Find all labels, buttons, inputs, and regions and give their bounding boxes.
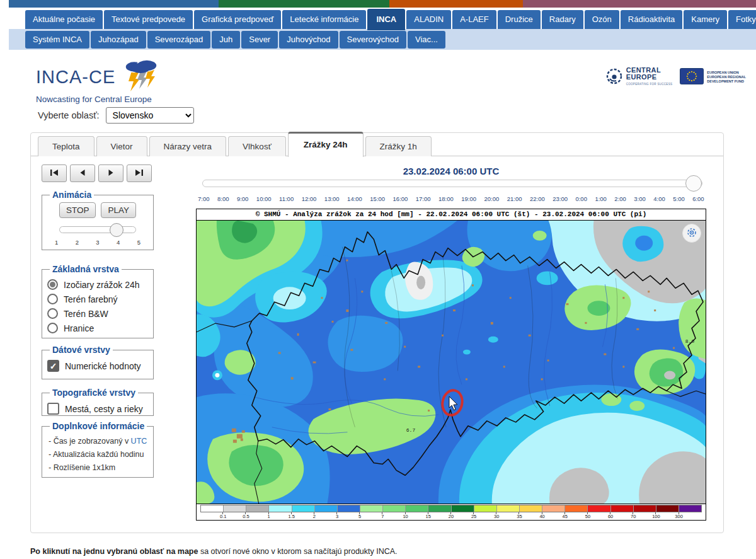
eu-logo-line2: EUROPEAN REGIONAL	[707, 75, 746, 79]
radio-icon[interactable]	[47, 294, 58, 304]
base-layer-fieldset: Základná vrstva Izočiary zrážok 24h Teré…	[42, 264, 154, 338]
scale-boundary: 0.1	[200, 512, 223, 519]
next-frame-button[interactable]	[98, 164, 123, 182]
timeline-tick: 3:00	[634, 195, 646, 202]
timeline-tick: 14:00	[347, 195, 362, 202]
info-line: - Rozlíšenie 1x1km	[49, 463, 149, 472]
timeline-tick: 12:00	[302, 195, 317, 202]
primary-nav-tab[interactable]: Letecké informácie	[282, 10, 366, 29]
color-scale-segment	[269, 505, 292, 512]
checkbox-icon[interactable]	[47, 360, 59, 372]
scale-boundary: 300	[656, 512, 679, 519]
topo-layer-option[interactable]: Mestá, cesty a rieky	[47, 403, 149, 415]
region-select[interactable]: Slovensko	[106, 107, 194, 124]
color-scale-segment	[360, 505, 383, 512]
secondary-nav-tab[interactable]: Juhozápad	[91, 31, 146, 49]
secondary-nav-tab[interactable]: Viac...	[408, 31, 445, 49]
primary-nav-tab[interactable]: A-LAEF	[452, 10, 496, 29]
checkbox-icon[interactable]	[47, 403, 59, 415]
scale-boundary: 45	[542, 512, 565, 519]
product-tab[interactable]: Teplota	[38, 136, 94, 156]
secondary-nav-tab[interactable]: Sever	[241, 31, 278, 49]
color-scale-segment	[224, 505, 246, 512]
scale-boundary: 25	[451, 512, 474, 519]
animation-speed-handle[interactable]	[110, 223, 123, 237]
inca-page: Aktuálne počasieTextové predpovedeGrafic…	[0, 0, 756, 559]
logo-title: INCA-CE	[36, 67, 115, 88]
secondary-nav-tab[interactable]: Severozápad	[147, 31, 211, 49]
scale-boundary: 5	[337, 512, 360, 519]
color-scale-segment	[428, 505, 451, 512]
product-tab[interactable]: Vietor	[96, 136, 147, 156]
primary-nav-tab[interactable]: Kamery	[684, 10, 727, 29]
region-selector-label: Vyberte oblasť:	[38, 110, 100, 120]
color-scale-segment	[611, 505, 634, 512]
product-tabs: TeplotaVietorNárazy vetraVlhkosťZrážky 2…	[31, 132, 723, 156]
primary-nav-tab[interactable]: Družice	[498, 10, 541, 29]
eu-flag-icon	[680, 68, 704, 87]
data-layer-option-label: Numerické hodnoty	[65, 361, 141, 371]
map-canvas[interactable]: 6.78.0	[197, 221, 706, 504]
color-scale-segment	[565, 505, 588, 512]
radio-icon[interactable]	[47, 279, 58, 290]
base-layer-option-label: Hranice	[64, 323, 94, 333]
scale-boundary: 7	[360, 512, 382, 519]
base-layer-option[interactable]: Terén B&W	[47, 308, 149, 319]
product-tab[interactable]: Zrážky 1h	[365, 136, 432, 156]
scale-boundary: 10	[382, 512, 405, 519]
primary-nav-tab[interactable]: INCA	[367, 9, 405, 30]
scale-boundary: 50	[565, 512, 588, 519]
base-layer-option[interactable]: Terén farebný	[47, 294, 149, 304]
product-tab[interactable]: Vlhkosť	[228, 136, 286, 156]
color-scale-segment	[520, 505, 542, 512]
base-layer-option[interactable]: Izočiary zrážok 24h	[47, 279, 149, 290]
last-frame-button[interactable]	[127, 164, 152, 182]
precipitation-layers	[197, 221, 706, 504]
primary-nav-tab[interactable]: Grafická predpoveď	[194, 10, 281, 29]
first-frame-icon	[50, 169, 59, 178]
primary-nav-tab[interactable]: Fotky	[728, 10, 756, 29]
timeline-tick: 19:00	[461, 195, 476, 202]
timeline-slider[interactable]	[202, 180, 702, 187]
stop-button[interactable]: STOP	[59, 202, 96, 218]
banner-segment	[389, 0, 523, 8]
base-layer-option[interactable]: Hranice	[47, 323, 149, 333]
radio-icon[interactable]	[47, 323, 58, 333]
speed-tick: 2	[76, 239, 79, 246]
primary-nav-tab[interactable]: ALADIN	[406, 10, 451, 29]
timeline-tick: 7:00	[198, 195, 210, 202]
timeline-tick: 18:00	[438, 195, 454, 202]
timeline-handle[interactable]	[685, 175, 702, 192]
banner-segment	[9, 0, 219, 8]
primary-nav-tab[interactable]: Ozón	[585, 10, 619, 29]
data-layer-option[interactable]: Numerické hodnoty	[47, 360, 149, 372]
primary-nav-tab[interactable]: Rádioaktivita	[621, 10, 682, 29]
play-button[interactable]: PLAY	[101, 202, 136, 218]
color-scale-segment	[338, 505, 360, 512]
color-scale-segment	[656, 505, 679, 512]
product-tab[interactable]: Nárazy vetra	[149, 136, 227, 156]
timeline-tick: 4:00	[653, 195, 665, 202]
previous-frame-button[interactable]	[70, 164, 95, 182]
primary-nav-tab[interactable]: Textové predpovede	[104, 10, 193, 29]
animation-speed-slider[interactable]	[59, 226, 136, 233]
logo-subtitle: Nowcasting for Central Europe	[36, 95, 159, 104]
primary-nav-tab[interactable]: Aktuálne počasie	[25, 10, 103, 29]
secondary-nav-tab[interactable]: Juhovýchod	[279, 31, 338, 49]
secondary-nav-tab[interactable]: Systém INCA	[25, 31, 89, 49]
ce-logo-line2: EUROPE	[626, 74, 673, 81]
first-frame-button[interactable]	[42, 164, 67, 182]
utc-link[interactable]: UTC	[131, 437, 147, 446]
footer-note: Po kliknutí na jednu vybranú oblasť na m…	[30, 547, 398, 556]
timeline-tick: 2:00	[614, 195, 626, 202]
info-fieldset: Doplnkové informácie - Čas je zobrazovan…	[42, 421, 154, 478]
secondary-nav-tab[interactable]: Severovýchod	[340, 31, 406, 49]
secondary-nav-tab[interactable]: Juh	[212, 31, 240, 49]
topo-layer-option-label: Mestá, cesty a rieky	[65, 404, 143, 414]
region-selector: Vyberte oblasť: Slovensko	[38, 107, 194, 124]
product-tab[interactable]: Zrážky 24h	[288, 132, 364, 157]
focus-viewport-button[interactable]	[682, 224, 701, 243]
storm-cloud-lightning-icon	[120, 60, 159, 94]
radio-icon[interactable]	[47, 308, 58, 319]
primary-nav-tab[interactable]: Radary	[542, 10, 583, 29]
